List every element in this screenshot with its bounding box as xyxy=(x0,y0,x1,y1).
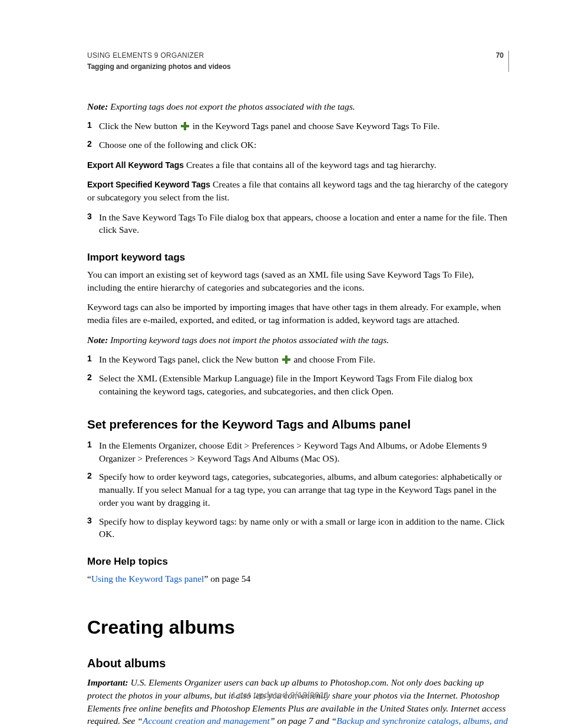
header-doc-title: USING ELEMENTS 9 ORGANIZER xyxy=(87,51,231,61)
header-left: USING ELEMENTS 9 ORGANIZER Tagging and o… xyxy=(87,51,231,72)
link-account-creation[interactable]: Account creation and management xyxy=(143,716,270,726)
list-item: 2 Specify how to order keyword tags, cat… xyxy=(87,470,509,509)
note-text: Exporting tags does not export the photo… xyxy=(108,101,355,111)
text: Click the New button xyxy=(99,121,180,131)
link-keyword-tags-panel[interactable]: Using the Keyword Tags panel xyxy=(91,574,204,584)
list-item: 2 Select the XML (Extensible Markup Lang… xyxy=(87,372,509,397)
step-number: 3 xyxy=(87,211,99,236)
important-note: Important: U.S. Elements Organizer users… xyxy=(87,676,509,728)
important-label: Important: xyxy=(87,677,128,687)
definition-body: Creates a file that contains all of the … xyxy=(184,160,437,170)
paragraph: You can import an existing set of keywor… xyxy=(87,268,509,294)
step-number: 2 xyxy=(87,372,99,397)
note-import: Note: Importing keyword tags does not im… xyxy=(87,334,509,347)
definition-all: Export All Keyword Tags Creates a file t… xyxy=(87,159,509,172)
new-plus-icon xyxy=(181,122,189,130)
step-body: Click the New button in the Keyword Tags… xyxy=(99,120,509,133)
running-header: USING ELEMENTS 9 ORGANIZER Tagging and o… xyxy=(87,51,509,72)
list-item: 2 Choose one of the following and click … xyxy=(87,139,509,151)
page-number: 70 xyxy=(496,51,504,61)
step-body: In the Keyword Tags panel, click the New… xyxy=(99,353,509,366)
step-number: 1 xyxy=(87,120,99,133)
step-body: In the Elements Organizer, choose Edit >… xyxy=(99,439,509,465)
quote-open: “ xyxy=(87,574,91,584)
step-number: 2 xyxy=(87,139,99,151)
footer-last-updated: Last updated 9/12/2011 xyxy=(0,689,562,701)
step-body: Specify how to order keyword tags, categ… xyxy=(99,470,509,509)
heading-creating-albums: Creating albums xyxy=(87,614,509,641)
note-label: Note: xyxy=(87,101,108,111)
term: Export All Keyword Tags xyxy=(87,160,184,170)
text: in the Keyword Tags panel and choose Sav… xyxy=(190,121,439,131)
list-item: 1 In the Elements Organizer, choose Edit… xyxy=(87,439,509,465)
step-number: 1 xyxy=(87,353,99,366)
page: USING ELEMENTS 9 ORGANIZER Tagging and o… xyxy=(0,0,562,728)
step-body: Specify how to display keyword tags: by … xyxy=(99,515,509,541)
list-item: 1 Click the New button in the Keyword Ta… xyxy=(87,120,509,133)
text: In the Keyword Tags panel, click the New… xyxy=(99,354,281,364)
list-item: 3 Specify how to display keyword tags: b… xyxy=(87,515,509,541)
step-body: Select the XML (Extensible Markup Langua… xyxy=(99,372,509,397)
quote-close-suffix: ” on page 54 xyxy=(204,574,250,584)
step-number: 1 xyxy=(87,439,99,465)
export-steps-cont: 3 In the Save Keyword Tags To File dialo… xyxy=(87,211,509,236)
step-number: 2 xyxy=(87,470,99,509)
prefs-steps: 1 In the Elements Organizer, choose Edit… xyxy=(87,439,509,541)
step-body: In the Save Keyword Tags To File dialog … xyxy=(99,211,509,236)
heading-more-help: More Help topics xyxy=(87,555,509,569)
header-chapter: Tagging and organizing photos and videos xyxy=(87,62,231,72)
definition-specified: Export Specified Keyword Tags Creates a … xyxy=(87,178,509,203)
export-steps: 1 Click the New button in the Keyword Ta… xyxy=(87,120,509,151)
step-body: Choose one of the following and click OK… xyxy=(99,139,509,151)
important-text: ” on page 7 and “ xyxy=(270,716,336,726)
more-help-line: “Using the Keyword Tags panel” on page 5… xyxy=(87,572,509,585)
note-text: Importing keyword tags does not import t… xyxy=(108,335,389,345)
list-item: 3 In the Save Keyword Tags To File dialo… xyxy=(87,211,509,236)
new-plus-icon xyxy=(282,355,290,364)
page-body: Note: Exporting tags does not export the… xyxy=(87,100,509,728)
note-label: Note: xyxy=(87,335,108,345)
heading-about-albums: About albums xyxy=(87,655,509,671)
step-number: 3 xyxy=(87,515,99,541)
term: Export Specified Keyword Tags xyxy=(87,180,210,189)
list-item: 1 In the Keyword Tags panel, click the N… xyxy=(87,353,509,366)
heading-import: Import keyword tags xyxy=(87,251,509,265)
heading-preferences: Set preferences for the Keyword Tags and… xyxy=(87,416,509,433)
note-export: Note: Exporting tags does not export the… xyxy=(87,100,509,113)
import-steps: 1 In the Keyword Tags panel, click the N… xyxy=(87,353,509,397)
text: and choose From File. xyxy=(292,354,376,364)
paragraph: Keyword tags can also be imported by imp… xyxy=(87,301,509,326)
